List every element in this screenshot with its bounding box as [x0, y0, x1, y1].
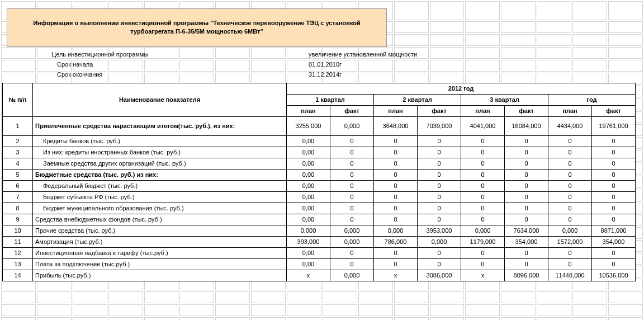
meta-section: Цель инвестиционной программы увеличение…: [51, 49, 644, 79]
cell-q1p: 0,00: [287, 247, 330, 258]
row-num: 4: [3, 158, 33, 169]
row-name: Бюджет субъекта РФ (тыс. руб.): [33, 191, 287, 203]
cell-q2p: 0: [374, 169, 418, 180]
cell-q1f: 0: [330, 147, 374, 158]
table-row: 3Из них: кредиты иностранных банков (тыс…: [3, 147, 636, 158]
cell-q3p: 0,000: [461, 225, 505, 236]
cell-yf: 19761,000: [592, 116, 636, 135]
cell-q3f: 0: [505, 247, 548, 258]
table-row: 14Прибыль (тыс.руб.)x0,000x3086,000x8096…: [3, 270, 636, 281]
cell-q2f: 0: [418, 203, 461, 214]
row-name: Привлеченные средства нарастающим итогом…: [33, 116, 287, 135]
table-row: 6Федеральный бюджет (тыс. руб.)0,0000000…: [3, 180, 636, 191]
cell-q1p: 0,00: [287, 191, 330, 203]
cell-q1f: 0: [330, 169, 374, 180]
cell-q3f: 0: [505, 203, 548, 214]
cell-q1p: 0,00: [287, 147, 330, 158]
table-row: 8Бюджет муниципального образования (тыс.…: [3, 203, 636, 214]
row-name: Плата за подключение (тыс.руб.): [33, 258, 287, 270]
row-num: 2: [3, 135, 33, 147]
table-row: 2Кредиты банков (тыс. руб.)0,000000000: [3, 135, 636, 147]
cell-yp: 0: [548, 180, 592, 191]
cell-q2p: 0: [374, 191, 418, 203]
cell-q2p: 0: [374, 258, 418, 270]
cell-q2p: 0: [374, 180, 418, 191]
header-q2-fact: факт: [418, 105, 461, 116]
cell-q1p: 0,000: [287, 225, 330, 236]
header-year-col: год: [548, 94, 636, 105]
cell-yp: 1572,000: [548, 236, 592, 247]
row-name: Бюджетные средства (тыс. руб.) из них:: [33, 169, 287, 180]
header-q1: 1 квартал: [287, 94, 374, 105]
cell-q1p: x: [287, 270, 330, 281]
cell-yp: 0: [548, 203, 592, 214]
row-num: 8: [3, 203, 33, 214]
cell-yp: 0: [548, 258, 592, 270]
header-y-fact: факт: [592, 105, 636, 116]
cell-q1f: 0,000: [330, 225, 374, 236]
row-num: 7: [3, 191, 33, 203]
cell-q3f: 0: [505, 258, 548, 270]
cell-q2f: 7039,000: [418, 116, 461, 135]
meta-end: Срок окончания 31.12.2014г: [51, 69, 644, 79]
cell-q2p: 0: [374, 147, 418, 158]
cell-yp: 0: [548, 169, 592, 180]
meta-start-value: 01.01.2010г: [309, 59, 342, 69]
cell-yp: 4434,000: [548, 116, 592, 135]
cell-q1f: 0: [330, 258, 374, 270]
table-row: 5Бюджетные средства (тыс. руб.) из них:0…: [3, 169, 636, 180]
cell-yf: 0: [592, 191, 636, 203]
header-year: 2012 год: [287, 83, 636, 94]
cell-q3p: 0: [461, 191, 505, 203]
cell-q3f: 0: [505, 191, 548, 203]
cell-q3f: 0: [505, 135, 548, 147]
row-name: Федеральный бюджет (тыс. руб.): [33, 180, 287, 191]
row-num: 6: [3, 180, 33, 191]
cell-q3p: 0: [461, 247, 505, 258]
cell-yp: 0,000: [548, 225, 592, 236]
cell-q2f: 0: [418, 180, 461, 191]
cell-q1f: 0: [330, 180, 374, 191]
table-row: 1Привлеченные средства нарастающим итого…: [3, 116, 636, 135]
cell-q1f: 0: [330, 191, 374, 203]
cell-q1p: 0,00: [287, 214, 330, 225]
row-name: Из них: кредиты иностранных банков (тыс.…: [33, 147, 287, 158]
header-num: № п/п: [3, 83, 33, 116]
cell-q2f: 0: [418, 158, 461, 169]
row-name: Заемные средства других организаций (тыс…: [33, 158, 287, 169]
row-num: 11: [3, 236, 33, 247]
meta-goal-label: Цель инвестиционной программы: [51, 49, 309, 59]
cell-q1f: 0,000: [330, 236, 374, 247]
cell-q2p: 0: [374, 214, 418, 225]
cell-q1p: 0,00: [287, 169, 330, 180]
cell-q3f: 8096,000: [505, 270, 548, 281]
cell-q2f: 0: [418, 247, 461, 258]
cell-yf: 0: [592, 258, 636, 270]
cell-q2p: 0: [374, 158, 418, 169]
cell-q2f: 3086,000: [418, 270, 461, 281]
cell-q1p: 3255,000: [287, 116, 330, 135]
cell-q2p: 0: [374, 203, 418, 214]
table-row: 13Плата за подключение (тыс.руб.)0,00000…: [3, 258, 636, 270]
cell-q3f: 0: [505, 169, 548, 180]
cell-q1p: 0,00: [287, 158, 330, 169]
meta-start-label: Срок начала: [51, 59, 309, 69]
header-q3: 3 квартал: [461, 94, 548, 105]
cell-yp: 0: [548, 247, 592, 258]
cell-q2p: 786,000: [374, 236, 418, 247]
row-num: 13: [3, 258, 33, 270]
cell-q2p: 3648,000: [374, 116, 418, 135]
cell-yf: 0: [592, 180, 636, 191]
row-name: Кредиты банков (тыс. руб.): [33, 135, 287, 147]
cell-q1f: 0: [330, 158, 374, 169]
cell-q1f: 0: [330, 135, 374, 147]
cell-q2f: 0: [418, 147, 461, 158]
cell-yf: 0: [592, 214, 636, 225]
cell-yp: 11448,000: [548, 270, 592, 281]
cell-yf: 0: [592, 247, 636, 258]
header-q1-plan: план: [287, 105, 330, 116]
meta-goal-value: увеличение установленной мощности: [309, 49, 417, 59]
cell-q3f: 7634,000: [505, 225, 548, 236]
meta-end-value: 31.12.2014г: [309, 69, 342, 79]
row-name: Прибыль (тыс.руб.): [33, 270, 287, 281]
